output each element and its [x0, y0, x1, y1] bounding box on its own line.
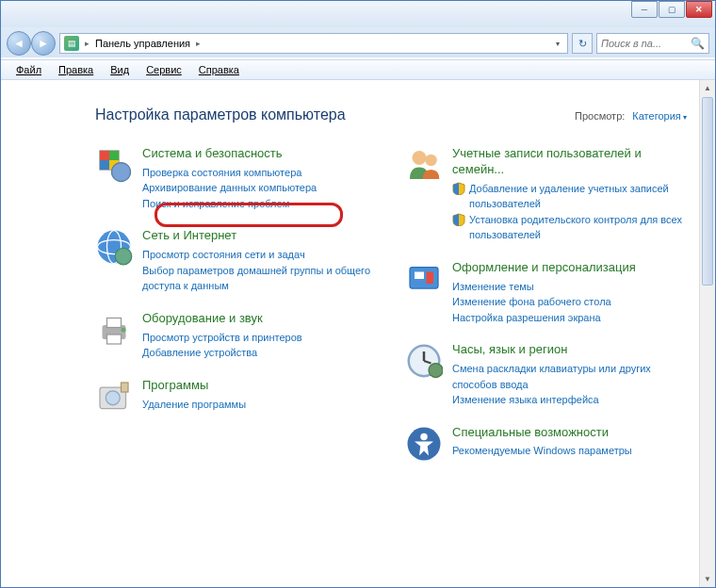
category-link-label: Добавление и удаление учетных записей по…: [469, 181, 687, 212]
search-box[interactable]: 🔍: [596, 33, 709, 54]
printer-icon: [95, 311, 133, 349]
uac-shield-icon: [452, 213, 465, 226]
forward-button[interactable]: ►: [31, 31, 56, 56]
category-title-user-accounts[interactable]: Учетные записи пользователей и семейн...: [452, 146, 687, 178]
uac-shield-icon: [452, 182, 465, 195]
category-link[interactable]: Добавление устройства: [142, 345, 377, 361]
menu-file[interactable]: Файл: [8, 62, 49, 77]
left-column: Система и безопасностьПроверка состояния…: [95, 146, 377, 463]
category-title-clock-region[interactable]: Часы, язык и регион: [452, 342, 687, 358]
right-column: Учетные записи пользователей и семейн...…: [405, 146, 687, 463]
category-link[interactable]: Удаление программы: [142, 397, 377, 413]
ease-icon: [405, 425, 443, 463]
menu-view[interactable]: Вид: [103, 62, 137, 77]
users-icon: [405, 146, 443, 184]
appearance-icon: [405, 260, 443, 298]
category-link-label: Установка родительского контроля для все…: [469, 212, 687, 243]
category-title-ease-of-access[interactable]: Специальные возможности: [452, 425, 687, 441]
scroll-up-button[interactable]: ▲: [700, 80, 715, 96]
control-panel-icon: ▤: [64, 36, 79, 51]
category-title-network-internet[interactable]: Сеть и Интернет: [142, 228, 377, 244]
category-link[interactable]: Изменение темы: [452, 279, 687, 295]
category-link[interactable]: Установка родительского контроля для все…: [452, 212, 687, 243]
breadcrumb-location[interactable]: Панель управления: [95, 38, 190, 49]
search-input[interactable]: [601, 38, 684, 49]
navbar: ◄ ► ▤ ▸ Панель управления ▸ ▾ ↻ 🔍: [1, 27, 715, 59]
back-button[interactable]: ◄: [7, 31, 31, 56]
view-label: Просмотр:: [575, 110, 625, 122]
scroll-down-button[interactable]: ▼: [700, 571, 715, 587]
menu-tools[interactable]: Сервис: [138, 62, 189, 77]
category-link[interactable]: Архивирование данных компьютера: [142, 180, 377, 196]
category-link[interactable]: Выбор параметров домашней группы и общег…: [142, 263, 377, 294]
globe-icon: [95, 228, 133, 266]
breadcrumb-separator[interactable]: ▸: [196, 39, 201, 48]
category-clock-region: Часы, язык и регионСмена раскладки клави…: [405, 342, 687, 407]
content-area: Настройка параметров компьютера Просмотр…: [1, 80, 715, 587]
search-icon[interactable]: 🔍: [691, 37, 705, 50]
shield-icon: [95, 146, 133, 184]
category-title-appearance[interactable]: Оформление и персонализация: [452, 260, 687, 276]
menubar: Файл Правка Вид Сервис Справка: [1, 59, 715, 80]
category-link[interactable]: Изменение языка интерфейса: [452, 392, 687, 408]
maximize-button[interactable]: ▢: [659, 1, 685, 18]
clock-icon: [405, 342, 443, 380]
category-link[interactable]: Добавление и удаление учетных записей по…: [452, 181, 687, 212]
category-link[interactable]: Просмотр состояния сети и задач: [142, 247, 377, 263]
minimize-button[interactable]: ─: [631, 1, 658, 18]
program-icon: [95, 378, 133, 416]
address-dropdown[interactable]: ▾: [552, 40, 563, 48]
category-link[interactable]: Смена раскладки клавиатуры или других сп…: [452, 361, 687, 392]
vertical-scrollbar[interactable]: ▲ ▼: [699, 80, 715, 587]
category-network-internet: Сеть и ИнтернетПросмотр состояния сети и…: [95, 228, 377, 293]
menu-edit[interactable]: Правка: [51, 62, 101, 77]
category-title-system-security[interactable]: Система и безопасность: [142, 146, 377, 162]
titlebar: ─ ▢ ✕: [1, 1, 715, 27]
category-system-security: Система и безопасностьПроверка состояния…: [95, 146, 377, 211]
category-title-hardware-sound[interactable]: Оборудование и звук: [142, 311, 377, 327]
refresh-button[interactable]: ↻: [572, 33, 593, 54]
window: ─ ▢ ✕ ◄ ► ▤ ▸ Панель управления ▸ ▾ ↻ 🔍 …: [0, 0, 716, 588]
category-hardware-sound: Оборудование и звукПросмотр устройств и …: [95, 311, 377, 361]
category-link[interactable]: Изменение фона рабочего стола: [452, 294, 687, 310]
address-bar[interactable]: ▤ ▸ Панель управления ▸ ▾: [59, 33, 568, 54]
view-dropdown[interactable]: Категория: [632, 110, 687, 122]
category-link[interactable]: Рекомендуемые Windows параметры: [452, 443, 687, 459]
category-link[interactable]: Поиск и исправление проблем: [142, 196, 377, 212]
menu-help[interactable]: Справка: [191, 62, 247, 77]
category-title-programs[interactable]: Программы: [142, 378, 377, 394]
view-selector: Просмотр: Категория: [575, 110, 687, 122]
close-button[interactable]: ✕: [686, 1, 712, 18]
category-link[interactable]: Проверка состояния компьютера: [142, 165, 377, 181]
page-title: Настройка параметров компьютера: [95, 106, 346, 123]
category-user-accounts: Учетные записи пользователей и семейн...…: [405, 146, 687, 243]
category-programs: ПрограммыУдаление программы: [95, 378, 377, 416]
category-link[interactable]: Настройка разрешения экрана: [452, 310, 687, 326]
scroll-thumb[interactable]: [702, 97, 713, 286]
category-link[interactable]: Просмотр устройств и принтеров: [142, 330, 377, 346]
category-appearance: Оформление и персонализацияИзменение тем…: [405, 260, 687, 325]
breadcrumb-separator: ▸: [85, 39, 90, 48]
category-ease-of-access: Специальные возможностиРекомендуемые Win…: [405, 425, 687, 463]
